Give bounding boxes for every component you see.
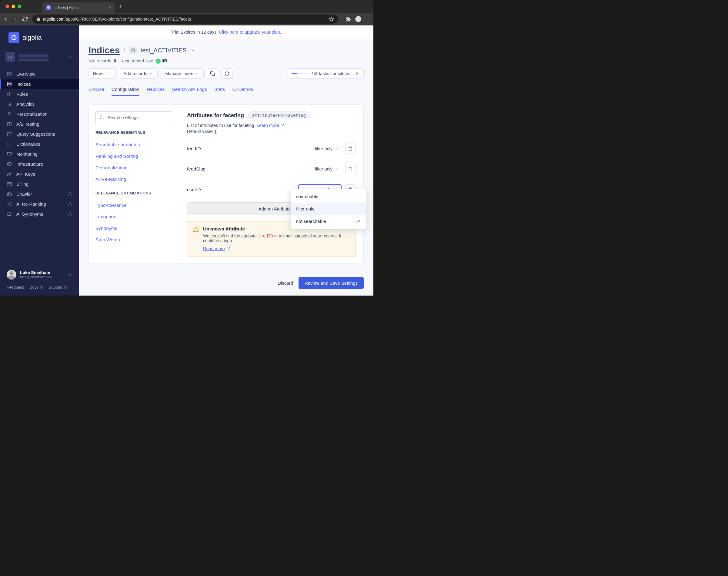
- swap-icon: [7, 212, 12, 217]
- tab-configuration[interactable]: Configuration: [111, 84, 139, 96]
- app-name-redacted: [18, 53, 49, 61]
- ab-icon: [7, 122, 12, 126]
- delete-button[interactable]: [345, 144, 355, 154]
- user-avatar: [7, 270, 16, 280]
- manage-index-button[interactable]: Manage index: [161, 68, 204, 79]
- menu-icon[interactable]: ⋮: [366, 16, 370, 22]
- minimize-window-button[interactable]: [11, 4, 15, 8]
- sidebar-item-a-b-testing[interactable]: A/B Testing: [0, 119, 79, 129]
- logo[interactable]: algolia: [0, 25, 79, 49]
- briefcase-icon: [7, 192, 12, 197]
- index-stats: No. records 0 avg. record size ✓ 0B: [88, 58, 364, 64]
- read-more-link[interactable]: Read more: [203, 246, 230, 251]
- sidebar-item-personalization[interactable]: Personalization: [0, 109, 79, 119]
- maximize-window-button[interactable]: [18, 4, 21, 8]
- mode-select[interactable]: filter only: [312, 144, 342, 153]
- settings-sidebar: RELEVANCE ESSENTIALS Searchable attribut…: [89, 105, 179, 263]
- sidebar-item-rules[interactable]: Rules: [0, 89, 79, 99]
- browser-tab[interactable]: Indices | Algolia ×: [43, 2, 115, 13]
- attribute-row: feedID filter only: [187, 139, 355, 159]
- save-button[interactable]: Review and Save Settings: [299, 277, 364, 289]
- tab-replicas[interactable]: Replicas: [147, 84, 165, 96]
- sidebar-item-analytics[interactable]: Analytics: [0, 99, 79, 109]
- dropdown-option[interactable]: filter only: [291, 203, 367, 215]
- profile-avatar[interactable]: [355, 16, 361, 22]
- star-icon[interactable]: [328, 16, 334, 22]
- check-icon: [356, 219, 361, 224]
- docs-link[interactable]: Docs: [29, 285, 43, 289]
- upgrade-link[interactable]: Click here to upgrade your plan.: [219, 30, 281, 34]
- sidebar-item-monitoring[interactable]: Monitoring: [0, 149, 79, 159]
- tab-search-api-logs[interactable]: Search API Logs: [172, 84, 207, 96]
- sidebar-item-dictionaries[interactable]: Dictionaries: [0, 139, 79, 149]
- settings-link-searchable-attributes[interactable]: Searchable attributes: [96, 139, 172, 150]
- mode-select[interactable]: filter only: [312, 165, 342, 173]
- learn-more-link[interactable]: Learn more: [257, 123, 284, 128]
- sidebar-item-crawler[interactable]: Crawler: [0, 189, 79, 199]
- chevron-down-icon: [335, 167, 339, 171]
- close-tab-button[interactable]: ×: [109, 5, 111, 10]
- tab-ui-demos[interactable]: UI Demos: [232, 84, 253, 96]
- delete-button[interactable]: [345, 164, 355, 174]
- card-icon: [7, 182, 12, 186]
- settings-link-ai-re-ranking[interactable]: AI Re-Ranking: [96, 174, 172, 185]
- settings-link-typo-tolerance[interactable]: Typo-tolerance: [96, 200, 172, 211]
- tab-browse[interactable]: Browse: [88, 84, 104, 96]
- search-settings-input[interactable]: [96, 111, 172, 123]
- chat-icon: [7, 132, 12, 137]
- user-email: luke@smetham.dev: [20, 275, 64, 279]
- settings-link-ranking-and-sorting[interactable]: Ranking and Sorting: [96, 150, 172, 162]
- lock-icon: [68, 202, 72, 206]
- discard-button[interactable]: Discard: [278, 281, 293, 286]
- index-icon: [129, 46, 137, 54]
- svg-line-35: [8, 202, 9, 203]
- sidebar-item-indices[interactable]: Indices: [0, 79, 79, 89]
- back-button[interactable]: [3, 16, 8, 22]
- extensions-icon[interactable]: [346, 16, 351, 22]
- globe-icon: [7, 162, 12, 167]
- tasks-button[interactable]: 1/3 tasks completed: [288, 68, 364, 79]
- dropdown-option[interactable]: searchable: [291, 190, 367, 203]
- sidebar-item-query-suggestions[interactable]: Query Suggestions: [0, 129, 79, 139]
- tab-stats[interactable]: Stats: [214, 84, 225, 96]
- settings-link-synonyms[interactable]: Synonyms: [96, 223, 172, 234]
- chevron-down-icon[interactable]: [190, 48, 195, 53]
- sidebar-item-infrastructure[interactable]: Infrastructure: [0, 159, 79, 169]
- reload-button[interactable]: [22, 16, 28, 22]
- add-records-button[interactable]: Add records: [119, 68, 158, 79]
- bar-icon: [7, 102, 12, 107]
- attribute-row: feedSlug filter only: [187, 159, 355, 179]
- settings-link-personalization[interactable]: Personalization: [96, 162, 172, 174]
- copy-button[interactable]: [207, 68, 218, 79]
- address-bar[interactable]: algolia.com/apps/GFRICKSE4S/explorer/con…: [32, 15, 338, 24]
- logo-icon: [8, 32, 19, 43]
- close-window-button[interactable]: [5, 4, 9, 8]
- favicon-icon: [46, 5, 51, 10]
- sidebar-item-billing[interactable]: Billing: [0, 179, 79, 189]
- dropdown-option[interactable]: not searchable: [291, 215, 367, 227]
- index-name[interactable]: test_ACTIVITIES: [141, 47, 187, 54]
- grid-icon: [7, 72, 12, 77]
- refresh-button[interactable]: [221, 68, 233, 79]
- sidebar-item-ai-re-ranking[interactable]: AI Re-Ranking: [0, 199, 79, 209]
- breadcrumb-root[interactable]: Indices: [88, 45, 120, 55]
- svg-rect-24: [7, 152, 11, 155]
- db-icon: [7, 82, 12, 87]
- forward-button[interactable]: [13, 16, 18, 22]
- svg-rect-31: [7, 193, 11, 196]
- new-tab-button[interactable]: +: [119, 3, 122, 10]
- svg-rect-6: [10, 73, 11, 74]
- sidebar-item-overview[interactable]: Overview: [0, 69, 79, 79]
- settings-link-language[interactable]: Language: [96, 211, 172, 223]
- svg-point-40: [100, 116, 103, 119]
- user-menu[interactable]: Luke Smetham luke@smetham.dev: [5, 267, 73, 283]
- sidebar-item-api-keys[interactable]: API Keys: [0, 169, 79, 179]
- key-icon: [7, 172, 12, 177]
- feedback-link[interactable]: Feedback: [7, 285, 24, 289]
- support-link[interactable]: Support: [49, 285, 68, 289]
- lock-icon: [68, 192, 72, 196]
- sidebar-item-ai-synonyms[interactable]: AI Synonyms: [0, 209, 79, 219]
- app-selector[interactable]: GF: [5, 52, 73, 62]
- settings-link-stop-words[interactable]: Stop Words: [96, 234, 172, 246]
- new-button[interactable]: New...: [88, 68, 116, 79]
